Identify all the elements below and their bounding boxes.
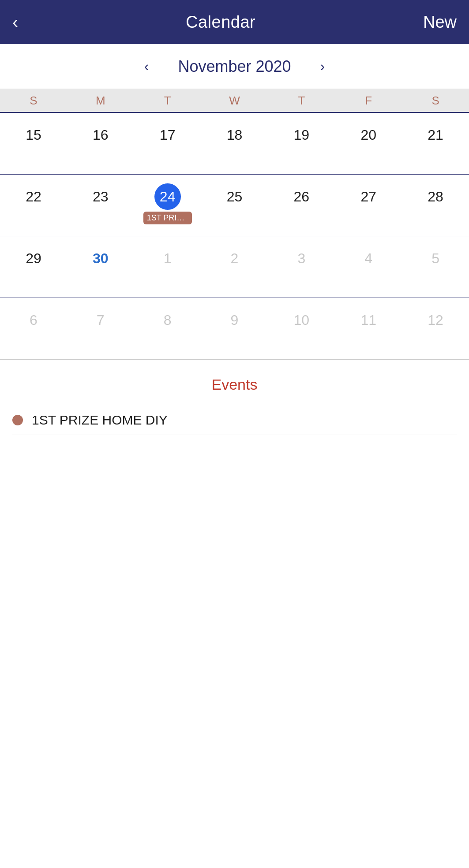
day-number: 3 [288, 245, 315, 272]
day-cell[interactable]: 23 [67, 181, 134, 231]
dow-cell: S [402, 94, 469, 108]
day-number: 27 [355, 183, 382, 210]
day-number: 23 [87, 183, 114, 210]
dow-cell: F [335, 94, 402, 108]
day-cell[interactable]: 10 [268, 304, 335, 355]
day-number: 8 [154, 307, 181, 333]
day-number: 26 [288, 183, 315, 210]
week-row: 15161718192021 [0, 113, 469, 175]
events-section: Events 1ST PRIZE HOME DIY [0, 360, 469, 444]
day-number: 21 [422, 122, 449, 148]
month-year-label: November 2020 [164, 57, 305, 76]
day-number: 18 [221, 122, 248, 148]
day-cell[interactable]: 4 [335, 242, 402, 293]
day-cell[interactable]: 241ST PRIZE... [134, 181, 201, 231]
day-number: 4 [355, 245, 382, 272]
new-button[interactable]: New [423, 13, 457, 32]
day-number: 20 [355, 122, 382, 148]
event-dot-icon [12, 415, 23, 425]
day-number: 1 [154, 245, 181, 272]
day-cell[interactable]: 20 [335, 119, 402, 170]
day-cell[interactable]: 12 [402, 304, 469, 355]
day-number: 30 [87, 245, 114, 272]
day-cell[interactable]: 8 [134, 304, 201, 355]
prev-month-button[interactable]: ‹ [140, 56, 154, 76]
day-cell[interactable]: 17 [134, 119, 201, 170]
dow-cell: T [268, 94, 335, 108]
day-cell[interactable]: 7 [67, 304, 134, 355]
events-list: 1ST PRIZE HOME DIY [12, 406, 457, 435]
week-row: 293012345 [0, 236, 469, 298]
day-number: 29 [20, 245, 47, 272]
day-cell[interactable]: 26 [268, 181, 335, 231]
event-badge[interactable]: 1ST PRIZE... [143, 212, 192, 224]
day-cell[interactable]: 22 [0, 181, 67, 231]
day-number: 24 [154, 183, 181, 210]
day-number: 5 [422, 245, 449, 272]
day-cell[interactable]: 3 [268, 242, 335, 293]
day-number: 15 [20, 122, 47, 148]
days-of-week-header: SMTWTFS [0, 89, 469, 112]
app-header: ‹ Calendar New [0, 0, 469, 44]
day-number: 10 [288, 307, 315, 333]
day-number: 9 [221, 307, 248, 333]
day-cell[interactable]: 6 [0, 304, 67, 355]
day-cell[interactable]: 11 [335, 304, 402, 355]
events-title: Events [12, 376, 457, 393]
day-cell[interactable]: 29 [0, 242, 67, 293]
weeks-container: 151617181920212223241ST PRIZE...25262728… [0, 113, 469, 360]
dow-cell: M [67, 94, 134, 108]
day-cell[interactable]: 30 [67, 242, 134, 293]
day-number: 17 [154, 122, 181, 148]
day-number: 19 [288, 122, 315, 148]
day-cell[interactable]: 19 [268, 119, 335, 170]
page-title: Calendar [186, 13, 255, 32]
day-cell[interactable]: 25 [201, 181, 268, 231]
day-cell[interactable]: 15 [0, 119, 67, 170]
day-number: 16 [87, 122, 114, 148]
event-item[interactable]: 1ST PRIZE HOME DIY [12, 406, 457, 435]
day-cell[interactable]: 1 [134, 242, 201, 293]
month-navigation: ‹ November 2020 › [0, 44, 469, 89]
calendar-grid: SMTWTFS 151617181920212223241ST PRIZE...… [0, 89, 469, 360]
dow-cell: S [0, 94, 67, 108]
back-button[interactable]: ‹ [12, 13, 18, 31]
dow-cell: W [201, 94, 268, 108]
week-row: 6789101112 [0, 298, 469, 360]
day-number: 7 [87, 307, 114, 333]
day-cell[interactable]: 2 [201, 242, 268, 293]
week-row: 2223241ST PRIZE...25262728 [0, 175, 469, 236]
dow-cell: T [134, 94, 201, 108]
day-number: 12 [422, 307, 449, 333]
day-number: 22 [20, 183, 47, 210]
next-month-button[interactable]: › [316, 56, 330, 76]
day-number: 2 [221, 245, 248, 272]
day-cell[interactable]: 21 [402, 119, 469, 170]
day-cell[interactable]: 5 [402, 242, 469, 293]
day-cell[interactable]: 18 [201, 119, 268, 170]
day-cell[interactable]: 9 [201, 304, 268, 355]
day-number: 28 [422, 183, 449, 210]
day-number: 6 [20, 307, 47, 333]
day-cell[interactable]: 16 [67, 119, 134, 170]
day-cell[interactable]: 27 [335, 181, 402, 231]
day-cell[interactable]: 28 [402, 181, 469, 231]
day-number: 11 [355, 307, 382, 333]
day-number: 25 [221, 183, 248, 210]
event-name: 1ST PRIZE HOME DIY [32, 413, 168, 428]
